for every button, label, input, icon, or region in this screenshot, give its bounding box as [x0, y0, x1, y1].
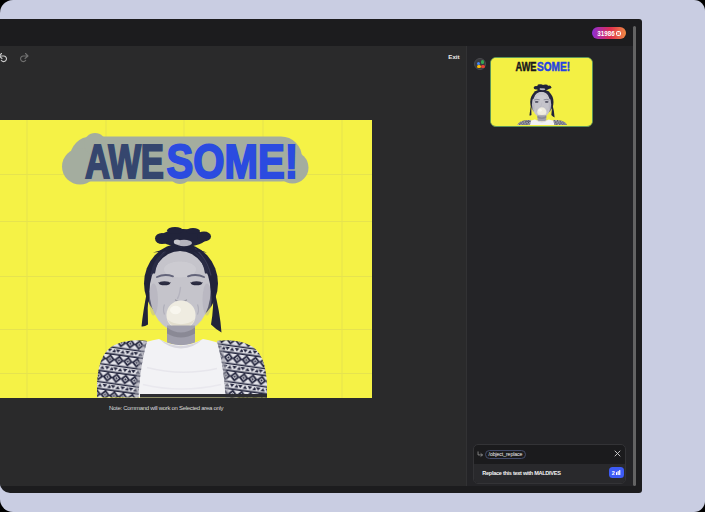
svg-text:AWE: AWE	[85, 134, 164, 187]
svg-text:SOME!: SOME!	[537, 59, 570, 74]
svg-text:AWE: AWE	[515, 59, 536, 74]
svg-text:SOME!: SOME!	[167, 134, 299, 187]
